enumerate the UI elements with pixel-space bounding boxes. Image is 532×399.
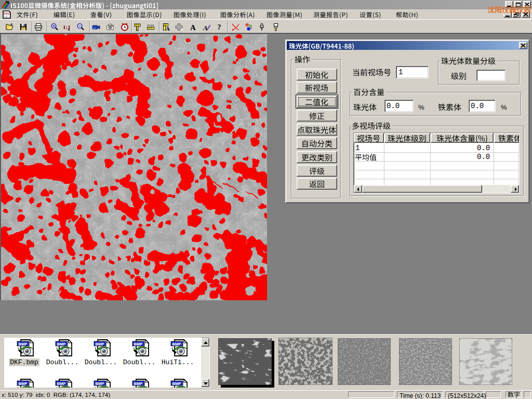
svg-text:BMP: BMP bbox=[96, 381, 104, 386]
svg-text:BMP: BMP bbox=[57, 381, 66, 386]
svg-text:BMP: BMP bbox=[172, 342, 181, 347]
svg-text:?: ? bbox=[218, 23, 221, 31]
svg-text:BMP: BMP bbox=[19, 342, 28, 347]
svg-text:3: 3 bbox=[250, 26, 252, 30]
svg-text:BMP: BMP bbox=[172, 381, 181, 386]
svg-text:BMP: BMP bbox=[134, 342, 143, 347]
svg-text:A: A bbox=[166, 25, 170, 32]
svg-text:BMP: BMP bbox=[134, 381, 143, 386]
svg-text:BMP: BMP bbox=[57, 342, 66, 347]
svg-text:DOC: DOC bbox=[4, 12, 10, 15]
svg-text:BMP: BMP bbox=[96, 342, 104, 347]
svg-text:1:1: 1:1 bbox=[63, 24, 71, 30]
svg-text:A: A bbox=[190, 23, 196, 31]
svg-text:BMP: BMP bbox=[19, 381, 28, 386]
